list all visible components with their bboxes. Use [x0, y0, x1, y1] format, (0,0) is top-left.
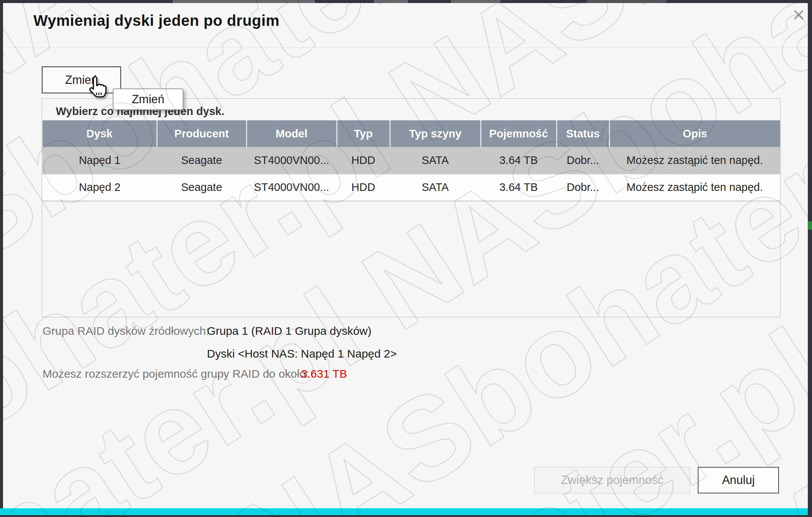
table-cell: HDD	[337, 147, 390, 174]
dialog: Wymieniaj dyski jeden po drugim Zmień Zm…	[3, 3, 808, 508]
table-cell: Seagate	[157, 147, 246, 174]
dialog-title: Wymieniaj dyski jeden po drugim	[33, 12, 279, 29]
table-cell: SATA	[390, 174, 481, 201]
table-cell: Dobr...	[557, 174, 609, 201]
table-cell: ST4000VN00...	[246, 174, 337, 201]
disks-value: Dyski <Host NAS: Napęd 1 Napęd 2>	[207, 347, 397, 361]
expand-capacity-label: Możesz rozszerzyć pojemność grupy RAID d…	[43, 367, 309, 381]
disk-selection-groupbox: Wybierz co najmniej jeden dysk. DyskProd…	[42, 98, 780, 317]
table-cell: 3.64 TB	[481, 147, 557, 174]
table-row[interactable]: Napęd 2SeagateST4000VN00...HDDSATA3.64 T…	[43, 174, 780, 201]
page-background: Wymieniaj dyski jeden po drugim Zmień Zm…	[0, 0, 812, 517]
disk-table: DyskProducentModelTypTyp szynyPojemnośćS…	[43, 120, 780, 201]
column-header[interactable]: Model	[246, 120, 337, 147]
expand-capacity-button[interactable]: Zwiększ pojemność	[534, 467, 690, 493]
column-header[interactable]: Opis	[609, 120, 780, 147]
disk-table-wrap: DyskProducentModelTypTyp szynyPojemnośćS…	[43, 120, 780, 201]
table-cell: Seagate	[157, 174, 246, 201]
source-group-label: Grupa RAID dysków źródłowych:	[43, 324, 209, 338]
table-cell: Napęd 1	[43, 147, 157, 174]
scroll-indicator	[808, 221, 812, 230]
bottom-accent-bar	[0, 508, 812, 515]
column-header[interactable]: Typ	[337, 120, 390, 147]
column-header[interactable]: Pojemność	[481, 120, 557, 147]
table-row[interactable]: Napęd 1SeagateST4000VN00...HDDSATA3.64 T…	[43, 147, 780, 174]
hand-cursor-icon	[87, 75, 107, 99]
page-right-edge	[808, 0, 812, 517]
column-header[interactable]: Dysk	[43, 120, 157, 147]
source-group-value: Grupa 1 (RAID 1 Grupa dysków)	[207, 324, 372, 338]
column-header[interactable]: Producent	[157, 120, 246, 147]
table-cell: Możesz zastąpić ten napęd.	[609, 147, 780, 174]
table-cell: ST4000VN00...	[246, 147, 337, 174]
close-icon[interactable]	[791, 7, 806, 22]
table-cell: SATA	[390, 147, 481, 174]
column-header[interactable]: Status	[557, 120, 609, 147]
change-button[interactable]: Zmień	[42, 66, 121, 93]
table-cell: Dobr...	[557, 147, 609, 174]
title-divider	[3, 47, 808, 48]
table-cell: Napęd 2	[43, 174, 157, 201]
change-button-tooltip: Zmień	[113, 88, 183, 110]
table-cell: 3.64 TB	[481, 174, 557, 201]
cancel-button[interactable]: Anuluj	[698, 467, 779, 493]
table-cell: HDD	[337, 174, 390, 201]
table-cell: Możesz zastąpić ten napęd.	[609, 174, 780, 201]
expand-capacity-value: 3.631 TB	[301, 367, 347, 381]
column-header[interactable]: Typ szyny	[390, 120, 481, 147]
